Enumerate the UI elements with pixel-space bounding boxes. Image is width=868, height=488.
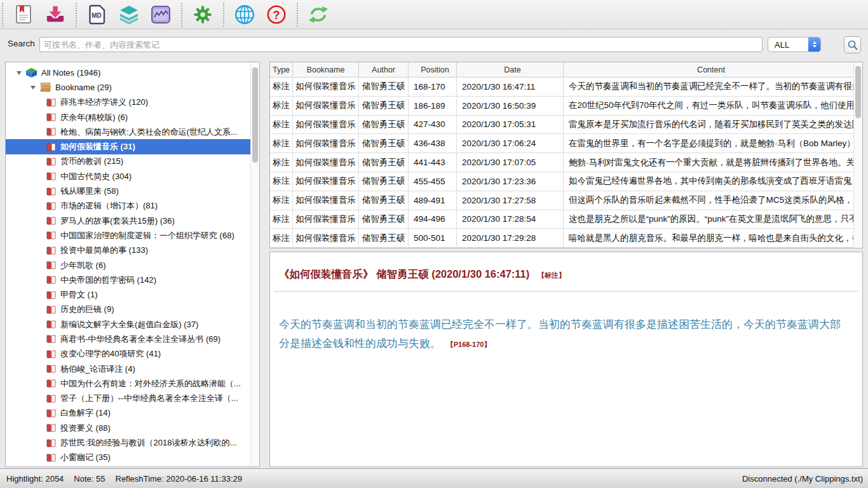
note-table-row[interactable]: 标注 如何假装懂音乐 储智勇王硕 186-189 2020/1/30 16:50… <box>270 97 853 116</box>
toolbar-group-settings <box>184 0 221 29</box>
book-icon <box>46 113 56 121</box>
cell-date: 2020/1/30 17:29:28 <box>457 229 564 247</box>
cell-position: 186-189 <box>409 97 457 115</box>
search-input[interactable] <box>39 37 763 52</box>
web-globe-icon <box>234 4 255 25</box>
column-header-bookname[interactable]: Bookname <box>293 62 359 77</box>
tree-item-book[interactable]: 钱从哪里来 (58) <box>6 184 259 198</box>
book-icon <box>46 128 56 136</box>
cell-position: 500-501 <box>409 229 457 247</box>
help-button[interactable]: ? <box>261 1 292 28</box>
tree-item-book[interactable]: 薛兆丰经济学讲义 (120) <box>6 95 259 110</box>
tree-item-book[interactable]: 甲骨文 (1) <box>6 287 259 302</box>
tree-item-book[interactable]: 投资要义 (88) <box>6 421 259 435</box>
tree-item-book[interactable]: 投资中最简单的事 (133) <box>6 243 259 258</box>
tree-item-book[interactable]: 市场的逻辑（增订本）(81) <box>6 199 259 214</box>
note-table-row[interactable]: 标注 如何假装懂音乐 储智勇王硕 489-491 2020/1/30 17:27… <box>270 191 853 210</box>
tree-item-book[interactable]: 枪炮、病菌与钢铁:人类社会的命运(世纪人文系... <box>6 125 259 139</box>
tree-item-book[interactable]: 杨伯峻_论语译注 (4) <box>6 362 259 376</box>
layers-button[interactable] <box>113 1 145 28</box>
book-icon <box>46 454 56 462</box>
sync-refresh-button[interactable] <box>302 1 334 28</box>
book-icon <box>46 335 56 343</box>
import-clippings-icon <box>45 5 65 24</box>
book-label: 货币的教训 (215) <box>60 156 123 167</box>
book-icon <box>46 172 56 180</box>
disclosure-triangle-icon[interactable] <box>31 86 36 90</box>
note-detail-title-text: 《如何假装懂音乐》 储智勇王硕 (2020/1/30 16:47:11) <box>279 268 529 280</box>
import-clippings-button[interactable] <box>39 1 71 28</box>
cell-date: 2020/1/30 17:07:05 <box>457 153 564 172</box>
tree-item-book[interactable]: 白鱼解字 (14) <box>6 406 259 421</box>
tree-item-book[interactable]: 新编说文解字大全集(超值白金版) (37) <box>6 317 259 332</box>
tree-item-book[interactable]: 中国国家治理的制度逻辑：一个组织学研究 (68) <box>6 228 259 243</box>
book-label: 投资要义 (88) <box>60 423 111 434</box>
sidebar-scrollbar-thumb[interactable] <box>252 67 258 163</box>
note-table-row[interactable]: 标注 如何假装懂音乐 储智勇王硕 427-430 2020/1/30 17:05… <box>270 116 853 135</box>
tree-item-bookname[interactable]: Bookname (29) <box>6 80 259 95</box>
tree-item-book[interactable]: 改变心理学的40项研究 (41) <box>6 347 259 362</box>
book-label: 投资中最简单的事 (133) <box>60 245 148 256</box>
tree-item-book[interactable]: 中央帝国的哲学密码 (142) <box>6 273 259 287</box>
book-icon <box>46 395 56 403</box>
note-position-tag: 【P168-170】 <box>447 341 491 348</box>
table-scrollbar[interactable] <box>853 62 862 248</box>
tree-item-book[interactable]: 商君书-中华经典名著全本全注全译丛书 (69) <box>6 332 259 346</box>
tree-item-all-notes[interactable]: All Notes (1946) <box>6 65 259 80</box>
column-header-date[interactable]: Date <box>457 62 564 77</box>
book-icon <box>46 261 56 269</box>
sidebar-scrollbar[interactable] <box>250 62 259 466</box>
tree-item-book[interactable]: 苏世民:我的经验与教训（2018读桥水达利欧的... <box>6 435 259 450</box>
markdown-export-button[interactable]: MD <box>81 1 113 28</box>
tree-item-book[interactable]: 货币的教训 (215) <box>6 154 259 169</box>
tree-item-book[interactable]: 小窗幽记 (35) <box>6 451 259 465</box>
cell-author: 储智勇王硕 <box>359 78 409 96</box>
web-globe-button[interactable] <box>229 1 261 28</box>
search-button[interactable] <box>844 36 861 53</box>
column-header-content[interactable]: Content <box>564 62 853 77</box>
cell-content: 在雷鬼的世界里，有一个名字是必须提到的，就是鲍勃·马利（Bob Marley）。… <box>564 134 853 152</box>
cell-author: 储智勇王硕 <box>359 172 409 191</box>
tree-item-book[interactable]: 历史的巨镜 (9) <box>6 302 259 317</box>
search-scope-dropdown[interactable]: ALL <box>768 37 821 52</box>
toolbar-group-export: MD <box>79 0 179 29</box>
toolbar-separator <box>223 3 224 27</box>
search-bar: Search ALL <box>0 29 868 60</box>
settings-button[interactable] <box>187 1 219 28</box>
note-table-row[interactable]: 标注 如何假装懂音乐 储智勇王硕 168-170 2020/1/30 16:47… <box>270 78 853 97</box>
note-table-row[interactable]: 标注 如何假装懂音乐 储智勇王硕 436-438 2020/1/30 17:06… <box>270 134 853 153</box>
cell-content: 如今雷鬼已经传遍世界各地，其中传到南美的那条线演变成了西班牙语雷鬼， <box>564 172 853 191</box>
book-label: 如何假装懂音乐 (31) <box>60 141 135 152</box>
notes-document-icon <box>14 4 33 25</box>
column-header-position[interactable]: Position <box>409 62 457 77</box>
tree-item-book[interactable]: 少年凯歌 (6) <box>6 258 259 273</box>
tree-item-book[interactable]: 中国古代简史 (304) <box>6 169 259 184</box>
disclosure-triangle-icon[interactable] <box>17 71 22 75</box>
tree-item-book[interactable]: 从零开始学写作：个人增值的有效方法 (6) <box>6 465 259 467</box>
tree-item-book[interactable]: 罗马人的故事(套装共15册) (36) <box>6 214 259 228</box>
book-icon <box>46 276 56 284</box>
table-scrollbar-thumb[interactable] <box>855 66 861 118</box>
note-table-row[interactable]: 标注 如何假装懂音乐 储智勇王硕 494-496 2020/1/30 17:28… <box>270 210 853 229</box>
notes-document-button[interactable] <box>8 1 39 28</box>
note-detail-body: 今天的节奏蓝调和当初的节奏蓝调已经完全不一样了。当初的节奏蓝调有很多是描述困苦生… <box>279 315 851 354</box>
column-header-author[interactable]: Author <box>359 62 409 77</box>
note-table-row[interactable]: 标注 如何假装懂音乐 储智勇王硕 455-455 2020/1/30 17:23… <box>270 172 853 191</box>
book-label: 中国国家治理的制度逻辑：一个组织学研究 (68) <box>60 230 234 241</box>
column-header-type[interactable]: Type <box>270 62 293 77</box>
cell-author: 储智勇王硕 <box>359 116 409 134</box>
book-icon <box>46 247 56 255</box>
book-label: 罗马人的故事(套装共15册) (36) <box>60 215 175 227</box>
tree-item-book[interactable]: 管子（上下册）--中华经典名著全本全注全译（... <box>6 391 259 406</box>
tree-item-book[interactable]: 庆余年(精校版) (6) <box>6 110 259 125</box>
tree-item-book[interactable]: 如何假装懂音乐 (31) <box>6 139 259 154</box>
book-label: 历史的巨镜 (9) <box>60 304 114 315</box>
layers-icon <box>119 5 139 24</box>
note-table-row[interactable]: 标注 如何假装懂音乐 储智勇王硕 500-501 2020/1/30 17:29… <box>270 229 853 248</box>
tree-item-book[interactable]: 中国为什么有前途：对外经济关系的战略潜能（... <box>6 376 259 391</box>
statistics-button[interactable] <box>145 1 177 28</box>
note-table-row[interactable]: 标注 如何假装懂音乐 储智勇王硕 441-443 2020/1/30 17:07… <box>270 153 853 172</box>
cell-content: 在20世纪50年代到70年代之间，有过一类乐队，叫节奏蓝调乐队，他们使用的乐..… <box>564 97 853 115</box>
bookname-group-label: Bookname (29) <box>55 83 112 92</box>
cell-date: 2020/1/30 16:50:39 <box>457 97 564 115</box>
